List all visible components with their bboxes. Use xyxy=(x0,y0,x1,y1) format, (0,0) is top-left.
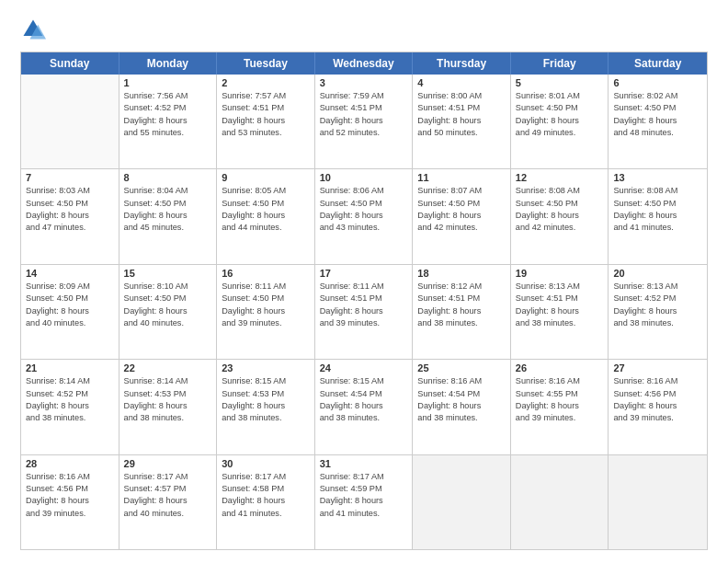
calendar-body: 1Sunrise: 7:56 AMSunset: 4:52 PMDaylight… xyxy=(21,75,707,549)
calendar-cell: 10Sunrise: 8:06 AMSunset: 4:50 PMDayligh… xyxy=(315,169,414,263)
calendar: SundayMondayTuesdayWednesdayThursdayFrid… xyxy=(20,52,708,550)
calendar-cell: 4Sunrise: 8:00 AMSunset: 4:51 PMDaylight… xyxy=(413,75,511,168)
cell-info-line: Sunrise: 8:03 AM xyxy=(26,185,114,197)
day-number: 8 xyxy=(124,172,212,183)
cell-info-line: and 53 minutes. xyxy=(222,127,310,139)
calendar-cell xyxy=(609,455,707,549)
calendar-cell xyxy=(413,455,511,549)
calendar-cell: 27Sunrise: 8:16 AMSunset: 4:56 PMDayligh… xyxy=(609,360,707,454)
cell-info-line: Sunrise: 8:16 AM xyxy=(26,471,114,483)
cell-info-line: Sunrise: 8:08 AM xyxy=(516,185,604,197)
cell-info-line: and 38 minutes. xyxy=(516,317,604,329)
day-number: 28 xyxy=(26,458,114,469)
day-number: 25 xyxy=(417,362,506,373)
cell-info-line: Sunset: 4:53 PM xyxy=(124,388,212,400)
cell-info-line: and 40 minutes. xyxy=(26,317,114,329)
cell-info-line: Daylight: 8 hours xyxy=(222,115,310,127)
cell-info-line: Sunset: 4:51 PM xyxy=(516,293,604,304)
cell-info-line: Sunset: 4:50 PM xyxy=(26,198,114,210)
calendar-cell: 14Sunrise: 8:09 AMSunset: 4:50 PMDayligh… xyxy=(21,265,119,359)
calendar-cell: 2Sunrise: 7:57 AMSunset: 4:51 PMDaylight… xyxy=(217,75,315,168)
cell-info-line: Daylight: 8 hours xyxy=(124,400,212,412)
calendar-cell: 1Sunrise: 7:56 AMSunset: 4:52 PMDaylight… xyxy=(119,75,218,168)
cell-info-line: and 41 minutes. xyxy=(320,508,408,520)
cell-info-line: Daylight: 8 hours xyxy=(417,305,506,317)
cell-info-line: Sunset: 4:52 PM xyxy=(26,388,114,400)
calendar-cell: 21Sunrise: 8:14 AMSunset: 4:52 PMDayligh… xyxy=(21,360,119,454)
calendar-cell: 7Sunrise: 8:03 AMSunset: 4:50 PMDaylight… xyxy=(21,169,119,263)
day-number: 17 xyxy=(320,268,408,279)
cell-info-line: Daylight: 8 hours xyxy=(222,400,310,412)
calendar-cell: 13Sunrise: 8:08 AMSunset: 4:50 PMDayligh… xyxy=(609,169,707,263)
cell-info-line: Sunrise: 8:05 AM xyxy=(222,185,310,197)
cell-info-line: Sunrise: 8:13 AM xyxy=(516,281,604,293)
cell-info-line: Sunset: 4:56 PM xyxy=(26,483,114,495)
cell-info-line: Daylight: 8 hours xyxy=(613,400,702,412)
cell-info-line: Daylight: 8 hours xyxy=(222,495,310,507)
cell-info-line: Sunrise: 8:11 AM xyxy=(320,281,408,293)
cell-info-line: Sunset: 4:54 PM xyxy=(320,388,408,400)
cell-info-line: and 39 minutes. xyxy=(26,508,114,520)
cell-info-line: Daylight: 8 hours xyxy=(320,210,408,222)
cell-info-line: Sunset: 4:51 PM xyxy=(222,102,310,114)
calendar-cell: 6Sunrise: 8:02 AMSunset: 4:50 PMDaylight… xyxy=(609,75,707,168)
cell-info-line: and 41 minutes. xyxy=(613,222,702,234)
cell-info-line: and 48 minutes. xyxy=(613,127,702,139)
cell-info-line: Daylight: 8 hours xyxy=(516,305,604,317)
cell-info-line: and 45 minutes. xyxy=(124,222,212,234)
calendar-cell: 24Sunrise: 8:15 AMSunset: 4:54 PMDayligh… xyxy=(315,360,414,454)
day-number: 19 xyxy=(516,268,604,279)
cell-info-line: and 40 minutes. xyxy=(124,317,212,329)
cell-info-line: Sunrise: 7:59 AM xyxy=(320,90,408,102)
cell-info-line: Sunset: 4:55 PM xyxy=(516,388,604,400)
day-number: 9 xyxy=(222,172,310,183)
weekday-header: Wednesday xyxy=(315,52,414,75)
calendar-row: 28Sunrise: 8:16 AMSunset: 4:56 PMDayligh… xyxy=(21,455,707,549)
day-number: 26 xyxy=(516,362,604,373)
day-number: 12 xyxy=(516,172,604,183)
cell-info-line: Sunset: 4:58 PM xyxy=(222,483,310,495)
day-number: 13 xyxy=(613,172,702,183)
cell-info-line: Sunset: 4:50 PM xyxy=(613,102,702,114)
calendar-row: 7Sunrise: 8:03 AMSunset: 4:50 PMDaylight… xyxy=(21,169,707,264)
day-number: 30 xyxy=(222,458,310,469)
cell-info-line: and 41 minutes. xyxy=(222,508,310,520)
cell-info-line: Daylight: 8 hours xyxy=(124,305,212,317)
cell-info-line: Daylight: 8 hours xyxy=(124,115,212,127)
cell-info-line: Daylight: 8 hours xyxy=(26,495,114,507)
cell-info-line: and 38 minutes. xyxy=(222,412,310,424)
day-number: 6 xyxy=(613,77,702,88)
calendar-cell: 26Sunrise: 8:16 AMSunset: 4:55 PMDayligh… xyxy=(511,360,609,454)
cell-info-line: Daylight: 8 hours xyxy=(26,400,114,412)
calendar-cell: 22Sunrise: 8:14 AMSunset: 4:53 PMDayligh… xyxy=(119,360,218,454)
cell-info-line: Daylight: 8 hours xyxy=(417,400,506,412)
cell-info-line: Sunrise: 8:04 AM xyxy=(124,185,212,197)
cell-info-line: and 47 minutes. xyxy=(26,222,114,234)
day-number: 3 xyxy=(320,77,408,88)
cell-info-line: Sunset: 4:50 PM xyxy=(222,293,310,304)
cell-info-line: Daylight: 8 hours xyxy=(222,210,310,222)
weekday-header: Thursday xyxy=(413,52,511,75)
column-headers: SundayMondayTuesdayWednesdayThursdayFrid… xyxy=(21,52,707,75)
calendar-cell: 19Sunrise: 8:13 AMSunset: 4:51 PMDayligh… xyxy=(511,265,609,359)
cell-info-line: Daylight: 8 hours xyxy=(417,210,506,222)
cell-info-line: Daylight: 8 hours xyxy=(613,210,702,222)
cell-info-line: Sunset: 4:54 PM xyxy=(417,388,506,400)
cell-info-line: Daylight: 8 hours xyxy=(516,115,604,127)
day-number: 31 xyxy=(320,458,408,469)
cell-info-line: and 38 minutes. xyxy=(417,317,506,329)
cell-info-line: and 38 minutes. xyxy=(26,412,114,424)
cell-info-line: Daylight: 8 hours xyxy=(320,495,408,507)
cell-info-line: Sunset: 4:59 PM xyxy=(320,483,408,495)
cell-info-line: and 50 minutes. xyxy=(417,127,506,139)
cell-info-line: Sunset: 4:50 PM xyxy=(26,293,114,304)
calendar-cell: 17Sunrise: 8:11 AMSunset: 4:51 PMDayligh… xyxy=(315,265,414,359)
day-number: 5 xyxy=(516,77,604,88)
cell-info-line: Sunset: 4:50 PM xyxy=(516,102,604,114)
cell-info-line: and 42 minutes. xyxy=(516,222,604,234)
cell-info-line: and 38 minutes. xyxy=(320,412,408,424)
weekday-header: Sunday xyxy=(21,52,119,75)
cell-info-line: Sunrise: 8:10 AM xyxy=(124,281,212,293)
cell-info-line: and 38 minutes. xyxy=(613,317,702,329)
day-number: 2 xyxy=(222,77,310,88)
